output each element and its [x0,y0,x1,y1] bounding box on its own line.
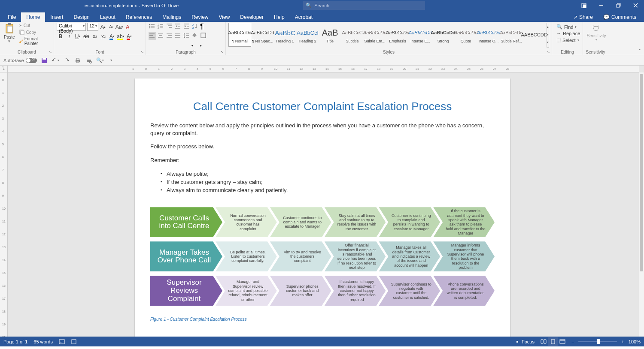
change-case-button[interactable]: Aa▾ [116,24,123,30]
style-intense-e---[interactable]: AaBbCcDdIntense E... [409,23,432,47]
menu-tab-home[interactable]: Home [21,12,45,22]
dialog-launcher-icon[interactable]: ⤡ [141,50,144,54]
underline-button[interactable]: U▾ [74,33,82,40]
text-effects-button[interactable]: A▾ [108,33,116,40]
font-color-button[interactable]: A▾ [125,33,133,40]
numbering-button[interactable]: 123 [157,23,165,30]
format-painter-button[interactable]: 🖌Format Painter [18,36,51,46]
decrease-indent-button[interactable] [174,23,182,30]
menu-tab-file[interactable]: File [3,12,21,22]
copy-button[interactable]: Copy [18,29,51,36]
italic-button[interactable]: I [65,33,73,40]
focus-mode-button[interactable]: Focus [515,339,535,344]
find-button[interactable]: 🔍Find▾ [555,24,580,30]
customize-qat-button[interactable]: ▾ [107,57,115,64]
select-button[interactable]: ⬚Select▾ [555,37,580,43]
document-page[interactable]: Call Centre Customer Complaint Escalatio… [135,78,510,337]
replace-button[interactable]: ↔Replace [555,30,580,36]
shading-button[interactable]: ▾ [191,32,199,40]
menu-tab-layout[interactable]: Layout [95,12,121,22]
close-button[interactable] [627,0,644,11]
show-marks-button[interactable]: ¶ [200,23,208,30]
highlight-button[interactable]: ab▾ [117,33,125,40]
zoom-level[interactable]: 100% [629,339,641,344]
share-button[interactable]: ↗Share [568,12,598,22]
word-count[interactable]: 65 words [33,339,53,344]
bullets-button[interactable] [149,23,156,30]
subscript-button[interactable]: x2 [91,33,99,40]
style-subtle-em---[interactable]: AaBbCcDdSubtle Em... [364,23,386,47]
increase-indent-button[interactable] [183,23,191,30]
style---no-spac---[interactable]: AaBbCcDd¶ No Spac... [251,23,274,47]
print-preview-button[interactable] [85,57,93,64]
style-quote[interactable]: AaBbCcDdQuote [455,23,477,47]
minimize-button[interactable] [592,0,610,11]
styles-scroll-down[interactable]: ▾ [547,31,549,39]
save-button[interactable] [40,57,48,64]
scrollbar-thumb[interactable] [640,74,643,271]
increase-font-button[interactable]: A▴ [100,24,106,30]
qat-find-button[interactable]: 🔍▾ [96,57,104,64]
web-layout-button[interactable] [558,337,567,346]
vertical-scrollbar[interactable] [639,72,644,337]
multilevel-list-button[interactable] [166,23,173,30]
bold-button[interactable]: B [57,33,64,40]
zoom-out-button[interactable]: − [571,339,574,344]
comments-button[interactable]: 💬Comments [598,12,641,22]
autosave-toggle[interactable]: AutoSave Off [3,58,37,63]
sort-button[interactable]: AZ [191,23,199,30]
macro-status-button[interactable] [71,339,77,345]
strikethrough-button[interactable]: ab [82,33,90,40]
horizontal-ruler[interactable]: 1012345678910111213141516171819202122232… [8,66,639,72]
dialog-launcher-icon[interactable]: ⤡ [547,50,550,54]
read-mode-button[interactable] [539,337,548,346]
styles-expand[interactable]: ▾ [547,39,549,46]
menu-tab-help[interactable]: Help [269,12,290,22]
menu-tab-developer[interactable]: Developer [235,12,269,22]
menu-tab-view[interactable]: View [214,12,235,22]
menu-tab-design[interactable]: Design [68,12,94,22]
style-heading-1[interactable]: AaBbCHeading 1 [274,23,296,47]
style-subtitle[interactable]: AaBbCcCSubtitle [341,23,364,47]
clear-formatting-button[interactable]: A̷ [124,24,131,30]
justify-button[interactable] [174,32,182,40]
dialog-launcher-icon[interactable]: ⤡ [221,50,224,54]
paste-button[interactable]: Paste ▾ [3,23,16,48]
ribbon-display-options-button[interactable] [575,0,592,11]
menu-tab-insert[interactable]: Insert [45,12,68,22]
maximize-button[interactable] [610,0,627,11]
menu-tab-mailings[interactable]: Mailings [157,12,186,22]
styles-gallery[interactable]: AaBbCcDd¶ NormalAaBbCcDd¶ No Spac...AaBb… [228,23,549,48]
line-spacing-button[interactable] [183,32,191,40]
page-indicator[interactable]: Page 1 of 1 [3,339,27,344]
menu-tab-review[interactable]: Review [186,12,213,22]
superscript-button[interactable]: x2 [100,33,107,40]
print-layout-button[interactable] [548,337,558,346]
document-editing-area[interactable]: L 10123456789101112131415161718192021222… [0,66,644,337]
borders-button[interactable]: ▾ [200,32,208,40]
spelling-status-button[interactable] [59,339,65,345]
menu-tab-acrobat[interactable]: Acrobat [290,12,318,22]
style-title[interactable]: AaBTitle [319,23,341,47]
styles-scroll-up[interactable]: ▴ [547,23,549,31]
collapse-ribbon-button[interactable]: ⌃ [638,48,641,53]
search-box[interactable]: 🔍 Search [303,1,425,10]
dialog-launcher-icon[interactable]: ⤡ [49,50,52,54]
cut-button[interactable]: ✂Cut [18,23,51,28]
style-heading-2[interactable]: AaBbCclHeading 2 [296,23,319,47]
decrease-font-button[interactable]: A▾ [108,24,115,30]
align-left-button[interactable] [149,32,156,40]
style-strong[interactable]: AaBbCcDdStrong [432,23,455,47]
align-right-button[interactable] [166,32,173,40]
align-center-button[interactable] [157,32,165,40]
zoom-slider[interactable] [578,341,617,342]
undo-button[interactable]: ▾ [52,57,59,64]
style-subtle-ref---[interactable]: AaBbCcDdSubtle Ref... [500,23,523,47]
zoom-in-button[interactable]: + [621,339,624,344]
style-intense-q---[interactable]: AaBbCcDdIntense Q... [477,23,500,47]
vertical-ruler[interactable]: 101234567891011121314151617181920 [0,72,8,337]
redo-button[interactable] [63,57,70,64]
menu-tab-references[interactable]: References [121,12,157,22]
style-[interactable]: AABBCCDD [523,23,546,47]
style-emphasis[interactable]: AaBbCcDdEmphasis [386,23,409,47]
